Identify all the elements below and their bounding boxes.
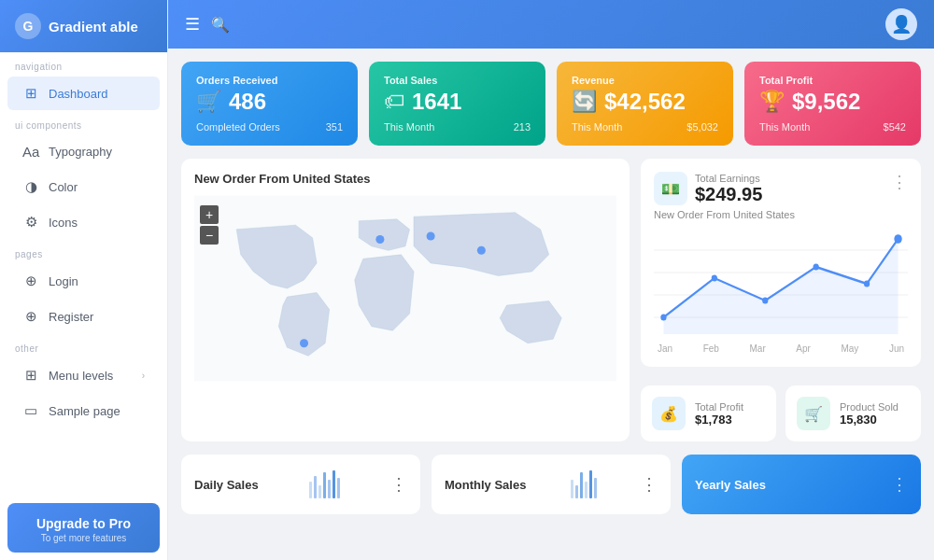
sidebar-header: G Gradient able <box>0 0 167 52</box>
product-value: 15,830 <box>840 413 899 427</box>
monthly-sales-card: Monthly Sales ⋮ <box>432 455 671 514</box>
pages-section-label: pages <box>0 240 167 263</box>
chart-panel: 💵 Total Earnings $249.95 New Order From … <box>641 159 921 367</box>
sidebar-item-register[interactable]: ⊕ Register <box>7 300 160 333</box>
dashboard-icon: ⊞ <box>22 85 39 102</box>
sample-page-icon: ▭ <box>22 402 39 419</box>
logo-icon: G <box>15 13 41 39</box>
daily-sales-card: Daily Sales ⋮ <box>181 455 420 514</box>
sidebar-item-color[interactable]: ◑ Color <box>7 170 160 203</box>
stat-card-profit: Total Profit 🏆 $9,562 This Month $542 <box>744 62 921 146</box>
svg-point-1 <box>427 231 435 240</box>
register-icon: ⊕ <box>22 308 39 325</box>
profit-value: $1,783 <box>695 413 743 427</box>
bottom-stat-product: 🛒 Product Sold 15,830 <box>785 385 921 441</box>
earnings-icon: 💵 <box>654 172 687 205</box>
zoom-in-button[interactable]: + <box>200 205 219 224</box>
chart-panel-header: 💵 Total Earnings $249.95 New Order From … <box>654 172 908 220</box>
cart-icon: 🛒 <box>196 90 221 114</box>
menu-levels-icon: ⊞ <box>22 367 39 384</box>
sidebar-item-label: Color <box>49 180 78 194</box>
search-icon[interactable]: 🔍 <box>211 16 230 34</box>
daily-sales-more-icon[interactable]: ⋮ <box>390 474 407 495</box>
sidebar-item-label: Login <box>49 274 78 288</box>
sidebar-item-label: Typography <box>49 145 112 159</box>
refresh-icon: 🔄 <box>572 90 597 114</box>
x-label-mar: Mar <box>749 343 765 354</box>
more-options-icon[interactable]: ⋮ <box>891 172 908 192</box>
line-chart-svg <box>654 228 908 340</box>
map-card-title: New Order From United States <box>194 172 616 186</box>
avatar[interactable]: 👤 <box>885 8 917 40</box>
stat-card-revenue-title: Revenue <box>572 75 718 86</box>
sidebar-item-icons[interactable]: ⚙ Icons <box>7 205 160 239</box>
svg-point-2 <box>477 246 486 255</box>
svg-point-13 <box>814 263 819 270</box>
main-area: ☰ 🔍 👤 Orders Received 🛒 486 Completed Or… <box>168 0 934 560</box>
svg-point-12 <box>762 297 768 303</box>
product-label: Product Sold <box>840 401 899 413</box>
stat-card-profit-value: $9,562 <box>792 91 860 113</box>
nav-section-label: navigation <box>0 52 167 76</box>
x-label-may: May <box>841 343 858 354</box>
stat-card-orders-value: 486 <box>229 91 266 113</box>
profit-label: Total Profit <box>695 401 743 413</box>
chart-card-title: New Order From United States <box>654 209 795 220</box>
login-icon: ⊕ <box>22 273 39 289</box>
other-section-label: other <box>0 334 167 357</box>
bottom-stat-profit: 💰 Total Profit $1,783 <box>641 385 776 441</box>
world-map <box>194 195 616 382</box>
sidebar-item-label: Menu levels <box>49 369 113 383</box>
sidebar-item-login[interactable]: ⊕ Login <box>7 264 160 298</box>
sidebar-item-sample-page[interactable]: ▭ Sample page <box>7 394 160 427</box>
product-icon: 🛒 <box>797 397 830 430</box>
svg-point-15 <box>894 234 901 244</box>
stat-card-orders-footer-label: Completed Orders <box>196 121 280 133</box>
stat-card-revenue-footer-label: This Month <box>572 121 622 133</box>
tag-icon: 🏷 <box>384 90 404 114</box>
earnings-label: Total Earnings <box>695 173 762 184</box>
sidebar: G Gradient able navigation ⊞ Dashboard u… <box>0 0 168 560</box>
map-card: New Order From United States + − <box>181 159 630 441</box>
x-label-jan: Jan <box>658 343 672 354</box>
yearly-sales-more-icon[interactable]: ⋮ <box>891 474 908 495</box>
monthly-sales-title: Monthly Sales <box>445 478 526 492</box>
stat-card-sales-footer-label: This Month <box>384 121 434 133</box>
trophy-icon: 🏆 <box>759 90 785 114</box>
stat-card-orders-footer-value: 351 <box>326 121 343 133</box>
yearly-sales-card: Yearly Sales ⋮ <box>682 455 921 514</box>
stat-card-revenue: Revenue 🔄 $42,562 This Month $5,032 <box>557 62 733 146</box>
svg-point-10 <box>660 314 666 320</box>
yearly-sales-title: Yearly Sales <box>695 478 766 492</box>
ui-section-label: ui components <box>0 111 167 134</box>
sidebar-item-label: Sample page <box>49 404 120 418</box>
monthly-sales-more-icon[interactable]: ⋮ <box>641 474 658 495</box>
upgrade-button[interactable]: Upgrade to Pro To get more features <box>7 503 160 553</box>
stat-card-profit-footer-label: This Month <box>759 121 810 133</box>
upgrade-sub: To get more features <box>19 533 149 543</box>
main-content: Orders Received 🛒 486 Completed Orders 3… <box>168 49 934 560</box>
chart-title-area: 💵 Total Earnings $249.95 New Order From … <box>654 172 795 220</box>
stat-card-sales-title: Total Sales <box>384 75 531 86</box>
stat-card-sales: Total Sales 🏷 1641 This Month 213 <box>369 62 545 146</box>
profit-icon: 💰 <box>652 397 686 430</box>
stat-cards-row: Orders Received 🛒 486 Completed Orders 3… <box>181 62 921 146</box>
svg-point-11 <box>712 274 717 281</box>
chevron-right-icon: › <box>142 371 145 381</box>
sidebar-item-dashboard[interactable]: ⊞ Dashboard <box>7 77 160 110</box>
sidebar-item-menu-levels[interactable]: ⊞ Menu levels › <box>7 358 160 392</box>
zoom-out-button[interactable]: − <box>200 226 219 245</box>
stat-card-revenue-footer-value: $5,032 <box>686 121 718 133</box>
bottom-row: Daily Sales ⋮ Monthly Sales <box>181 455 921 514</box>
menu-toggle-icon[interactable]: ☰ <box>185 14 200 35</box>
stat-card-orders: Orders Received 🛒 486 Completed Orders 3… <box>181 62 358 146</box>
sidebar-item-typography[interactable]: Aa Typography <box>7 135 160 168</box>
upgrade-title: Upgrade to Pro <box>19 516 149 531</box>
stat-card-sales-footer-value: 213 <box>514 121 531 133</box>
color-icon: ◑ <box>22 178 39 195</box>
middle-row: New Order From United States + − <box>181 159 921 441</box>
stat-card-sales-value: 1641 <box>412 91 461 113</box>
map-zoom-controls: + − <box>200 205 219 245</box>
svg-point-4 <box>300 339 308 347</box>
stat-card-profit-footer-value: $542 <box>884 121 906 133</box>
